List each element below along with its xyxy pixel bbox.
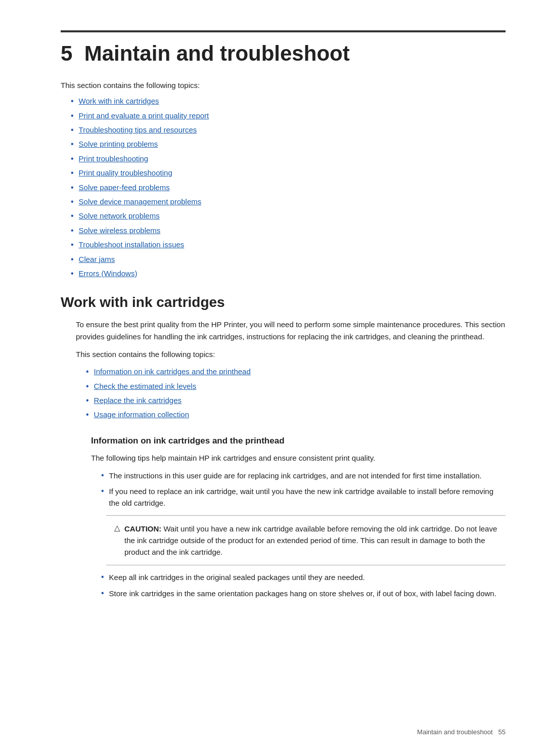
chapter-intro: This section contains the following topi… (61, 81, 506, 90)
subsection1-bullet4-text: Store ink cartridges in the same orienta… (109, 588, 496, 599)
toc-item-3: •Troubleshooting tips and resources (71, 124, 506, 136)
subsection1-title: Information on ink cartridges and the pr… (91, 436, 506, 446)
toc-link-3[interactable]: Troubleshooting tips and resources (79, 124, 197, 135)
section1-topics-intro: This section contains the following topi… (76, 348, 506, 360)
subsection1-list-item-2: • If you need to replace an ink cartridg… (101, 485, 506, 509)
s1-toc-link-2[interactable]: Check the estimated ink levels (94, 381, 197, 391)
bullet-icon: • (71, 239, 74, 250)
s1-toc-link-3[interactable]: Replace the ink cartridges (94, 395, 181, 406)
section1-title: Work with ink cartridges (61, 294, 506, 310)
subsection1-list-item-3: • Keep all ink cartridges in the origina… (101, 571, 506, 583)
footer-section-label: Maintain and troubleshoot (417, 728, 493, 736)
caution-box-inner: △ CAUTION: Wait until you have a new ink… (114, 523, 497, 558)
s1-toc-item-2: •Check the estimated ink levels (86, 381, 506, 392)
bullet-icon: • (86, 395, 89, 406)
toc-link-6[interactable]: Print quality troubleshooting (79, 167, 172, 178)
bullet-icon: • (101, 588, 104, 599)
toc-item-9: •Solve network problems (71, 210, 506, 221)
toc-item-4: •Solve printing problems (71, 139, 506, 150)
bullet-icon: • (101, 571, 104, 583)
toc-link-8[interactable]: Solve device management problems (79, 196, 202, 207)
s1-toc-item-3: •Replace the ink cartridges (86, 395, 506, 406)
section1-intro: To ensure the best print quality from th… (76, 319, 506, 342)
section1-toc: •Information on ink cartridges and the p… (86, 366, 506, 421)
toc-link-5[interactable]: Print troubleshooting (79, 153, 149, 164)
toc-item-8: •Solve device management problems (71, 196, 506, 207)
caution-label: CAUTION: (124, 524, 161, 533)
caution-triangle-icon: △ (114, 523, 120, 532)
subsection1-intro: The following tips help maintain HP ink … (91, 452, 506, 464)
toc-link-13[interactable]: Errors (Windows) (79, 268, 138, 279)
bullet-icon: • (71, 153, 74, 164)
bullet-icon: • (71, 167, 74, 179)
toc-link-2[interactable]: Print and evaluate a print quality repor… (79, 110, 209, 121)
s1-toc-item-4: •Usage information collection (86, 409, 506, 420)
toc-link-12[interactable]: Clear jams (79, 254, 115, 264)
caution-text: CAUTION: Wait until you have a new ink c… (124, 523, 497, 558)
toc-item-11: •Troubleshoot installation issues (71, 239, 506, 250)
bullet-icon: • (101, 470, 104, 481)
toc-item-12: •Clear jams (71, 254, 506, 265)
bullet-icon: • (71, 110, 74, 121)
subsection1-bullet2-text: If you need to replace an ink cartridge,… (109, 485, 506, 509)
subsection1-list-2: • Keep all ink cartridges in the origina… (101, 571, 506, 599)
s1-toc-link-4[interactable]: Usage information collection (94, 409, 189, 420)
toc-item-2: •Print and evaluate a print quality repo… (71, 110, 506, 121)
chapter-toc: •Work with ink cartridges •Print and eva… (71, 96, 506, 279)
caution-box: △ CAUTION: Wait until you have a new ink… (106, 515, 506, 566)
bullet-icon: • (86, 381, 89, 392)
toc-link-11[interactable]: Troubleshoot installation issues (79, 239, 185, 250)
bullet-icon: • (71, 254, 74, 265)
bullet-icon: • (71, 182, 74, 193)
bullet-icon: • (101, 485, 104, 497)
toc-item-7: •Solve paper-feed problems (71, 182, 506, 193)
toc-item-5: •Print troubleshooting (71, 153, 506, 164)
toc-link-10[interactable]: Solve wireless problems (79, 225, 161, 236)
toc-link-4[interactable]: Solve printing problems (79, 139, 158, 149)
toc-item-13: •Errors (Windows) (71, 268, 506, 279)
footer-right: Maintain and troubleshoot 55 (417, 728, 506, 736)
bullet-icon: • (71, 139, 74, 150)
bullet-icon: • (71, 124, 74, 136)
bullet-icon: • (86, 366, 89, 377)
subsection1-bullet3-text: Keep all ink cartridges in the original … (109, 571, 365, 583)
bullet-icon: • (71, 196, 74, 207)
bullet-icon: • (71, 225, 74, 236)
bullet-icon: • (71, 210, 74, 221)
section1-content: To ensure the best print quality from th… (76, 319, 506, 599)
top-border (61, 30, 506, 32)
chapter-title: 5 Maintain and troubleshoot (61, 41, 506, 66)
toc-link-7[interactable]: Solve paper-feed problems (79, 182, 170, 193)
toc-item-6: •Print quality troubleshooting (71, 167, 506, 179)
subsection1-list: • The instructions in this user guide ar… (101, 470, 506, 509)
subsection1-list-item-1: • The instructions in this user guide ar… (101, 470, 506, 481)
s1-toc-link-1[interactable]: Information on ink cartridges and the pr… (94, 366, 251, 377)
toc-item-10: •Solve wireless problems (71, 225, 506, 236)
bullet-icon: • (71, 268, 74, 279)
subsection1: Information on ink cartridges and the pr… (91, 436, 506, 599)
page-footer: Maintain and troubleshoot 55 (0, 728, 546, 736)
caution-body: Wait until you have a new ink cartridge … (124, 524, 497, 557)
toc-link-1[interactable]: Work with ink cartridges (79, 96, 159, 106)
subsection1-list-item-4: • Store ink cartridges in the same orien… (101, 588, 506, 599)
subsection1-bullet1-text: The instructions in this user guide are … (109, 470, 482, 481)
page-number: 55 (498, 728, 506, 736)
s1-toc-item-1: •Information on ink cartridges and the p… (86, 366, 506, 377)
bullet-icon: • (71, 96, 74, 107)
toc-item-1: •Work with ink cartridges (71, 96, 506, 107)
toc-link-9[interactable]: Solve network problems (79, 210, 160, 221)
bullet-icon: • (86, 409, 89, 420)
